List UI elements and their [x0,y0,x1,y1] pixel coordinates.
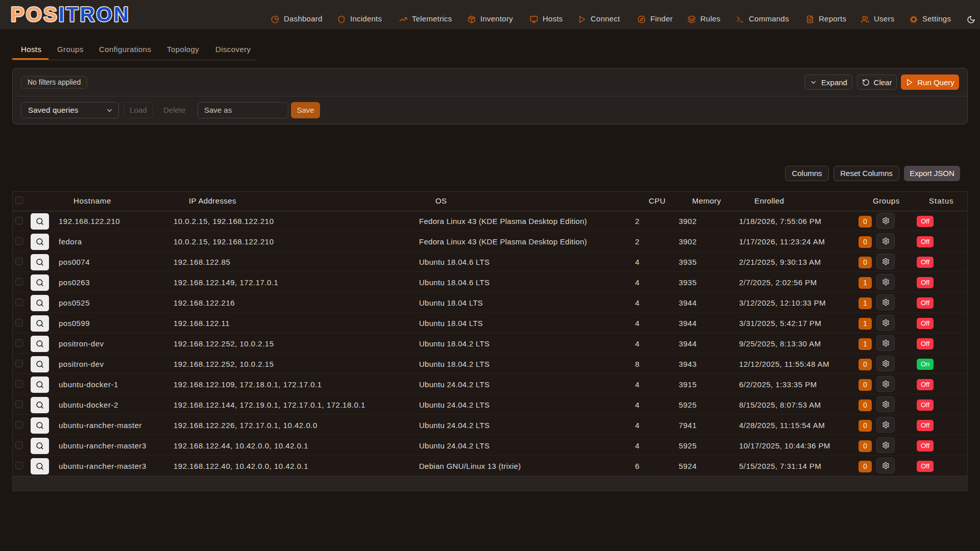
svg-text:POSITRON: POSITRON [11,3,130,26]
